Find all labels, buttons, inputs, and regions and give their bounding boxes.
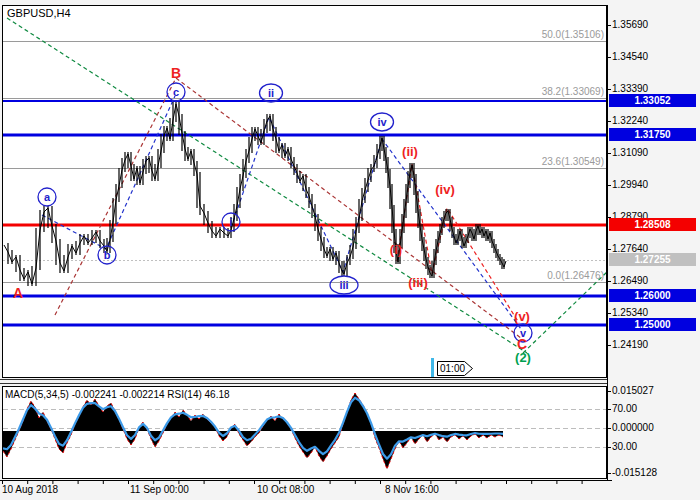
svg-text:b: b bbox=[104, 249, 111, 261]
mt4-chart-window: 50.0(1.35106)38.2(1.33069)23.6(1.30549)0… bbox=[0, 0, 700, 500]
indicator-scale-label: 0.015027 bbox=[612, 385, 654, 397]
price-level-badge: 1.25000 bbox=[609, 318, 696, 331]
wave-label-A: A bbox=[13, 285, 23, 301]
countdown-tick bbox=[431, 358, 434, 377]
price-axis-label: 1.34540 bbox=[612, 51, 648, 63]
indicator-scale-label: -0.015128 bbox=[612, 467, 657, 479]
price-level-badge: 1.26000 bbox=[609, 289, 696, 302]
time-axis-label: 11 Sep 00:00 bbox=[130, 484, 189, 496]
svg-text:iv: iv bbox=[377, 116, 387, 128]
fib-level-label: 50.0(1.35106) bbox=[542, 29, 604, 40]
price-axis-label: 1.31090 bbox=[612, 147, 648, 159]
svg-text:a: a bbox=[44, 191, 51, 203]
wave-label-(iii): (iii) bbox=[408, 275, 428, 290]
indicator-title-label: MACD(5,34,5) -0.002241 -0.002214 RSI(14)… bbox=[5, 389, 230, 400]
time-axis-label: 8 Nov 16:00 bbox=[385, 484, 439, 496]
wave-label-(i): (i) bbox=[390, 242, 402, 257]
svg-text:iii: iii bbox=[339, 279, 348, 291]
wave-label-B: B bbox=[171, 65, 181, 81]
svg-text:c: c bbox=[173, 86, 179, 98]
bar-countdown-label: 01:00 bbox=[440, 363, 465, 374]
wave-label-(2): (2) bbox=[515, 350, 531, 365]
price-axis-label: 1.24190 bbox=[612, 339, 648, 351]
price-axis-label: 1.35690 bbox=[612, 19, 648, 31]
price-axis-label: 1.32240 bbox=[612, 115, 648, 127]
current-price-badge: 1.27255 bbox=[609, 253, 696, 266]
indicator-scale-label: 70.00 bbox=[612, 403, 637, 415]
time-axis-label: 10 Aug 2018 bbox=[2, 484, 58, 496]
wave-label-(iv): (iv) bbox=[435, 182, 455, 197]
price-level-badge: 1.31750 bbox=[609, 128, 696, 141]
indicator-scale-label: 0.000000 bbox=[612, 422, 654, 434]
fib-level-label: 23.6(1.30549) bbox=[542, 156, 604, 167]
fib-level-label: 0.0(1.26476) bbox=[547, 270, 604, 281]
time-axis-label: 10 Oct 08:00 bbox=[257, 484, 314, 496]
wave-label-(v): (v) bbox=[514, 309, 530, 324]
price-axis-label: 1.26490 bbox=[612, 275, 648, 287]
fib-level-label: 38.2(1.33069) bbox=[542, 86, 604, 97]
symbol-timeframe-label: GBPUSD,H4 bbox=[7, 7, 71, 19]
wave-label-(ii): (ii) bbox=[402, 144, 418, 159]
svg-text:i: i bbox=[229, 216, 232, 228]
price-level-badge: 1.28508 bbox=[609, 218, 696, 231]
price-axis-label: 1.29940 bbox=[612, 179, 648, 191]
svg-text:ii: ii bbox=[268, 87, 274, 99]
price-level-badge: 1.33052 bbox=[609, 94, 696, 107]
chart-canvas[interactable]: 50.0(1.35106)38.2(1.33069)23.6(1.30549)0… bbox=[0, 0, 700, 500]
indicator-scale-label: 30.00 bbox=[612, 441, 637, 453]
